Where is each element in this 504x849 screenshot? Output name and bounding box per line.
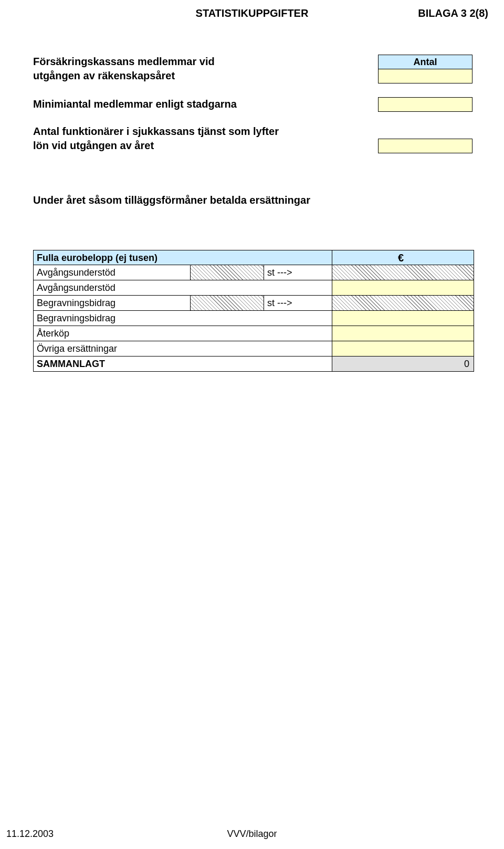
antal-header: Antal <box>378 55 472 69</box>
table-header-left: Fulla eurobelopp (ej tusen) <box>33 250 332 265</box>
row-label: Övriga ersättningar <box>33 341 332 356</box>
row-amount-field[interactable] <box>332 296 474 310</box>
table-header-row: Fulla eurobelopp (ej tusen) € <box>33 250 474 265</box>
table-header-right: € <box>332 250 474 265</box>
antal-value-2[interactable] <box>378 97 472 112</box>
table-sum-row: SAMMANLAGT 0 <box>33 357 474 372</box>
row-label: Avgångsunderstöd <box>33 280 332 295</box>
row-label: Återköp <box>33 326 332 341</box>
row-count-field[interactable] <box>191 296 264 310</box>
label-minimum-members: Minimiantal medlemmar enligt stadgarna <box>33 98 237 110</box>
subtitle-tillaggsformaner: Under året såsom tilläggsförmåner betald… <box>33 194 310 206</box>
label-funktionarer-line1: Antal funktionärer i sjukkassans tjänst … <box>33 125 279 138</box>
sum-label: SAMMANLAGT <box>33 357 332 371</box>
antal-value-3[interactable] <box>378 139 472 153</box>
page-bilaga: BILAGA 3 2(8) <box>418 7 488 19</box>
label-funktionarer-line2: lön vid utgången av året <box>33 140 154 152</box>
table-row: Begravningsbidrag st ---> <box>33 296 474 311</box>
table-row: Övriga ersättningar <box>33 341 474 357</box>
table-row: Avgångsunderstöd <box>33 280 474 296</box>
st-marker: st ---> <box>264 265 332 280</box>
row-label: Begravningsbidrag <box>33 296 191 310</box>
sum-value: 0 <box>332 357 474 371</box>
row-label: Avgångsunderstöd <box>33 265 191 280</box>
st-marker: st ---> <box>264 296 332 310</box>
row-amount-field[interactable] <box>332 265 474 280</box>
label-members-line1: Försäkringskassans medlemmar vid <box>33 56 215 68</box>
table-row: Avgångsunderstöd st ---> <box>33 265 474 280</box>
row-amount-field[interactable] <box>332 280 474 295</box>
antal-value-1[interactable] <box>378 69 472 83</box>
row-amount-field[interactable] <box>332 311 474 326</box>
row-amount-field[interactable] <box>332 326 474 341</box>
row-amount-field[interactable] <box>332 341 474 356</box>
footer-ref: VVV/bilagor <box>0 829 504 840</box>
row-count-field[interactable] <box>191 265 264 280</box>
table-row: Begravningsbidrag <box>33 311 474 326</box>
label-members-line2: utgången av räkenskapsåret <box>33 70 175 82</box>
table-row: Återköp <box>33 326 474 341</box>
row-label: Begravningsbidrag <box>33 311 332 326</box>
ersattningar-table: Fulla eurobelopp (ej tusen) € Avgångsund… <box>33 250 474 372</box>
